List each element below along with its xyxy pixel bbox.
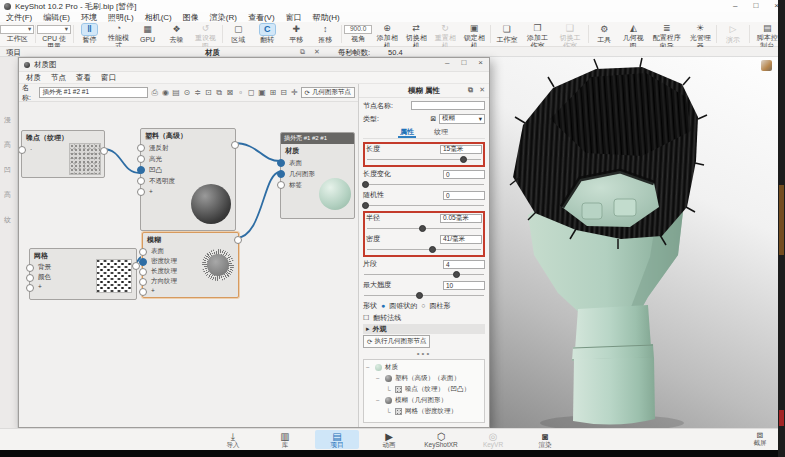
tree-toggle-icon[interactable]: −	[366, 364, 372, 371]
tab-textures[interactable]: 纹理	[432, 127, 450, 138]
input-port-connected[interactable]	[277, 159, 285, 167]
realtime-3d-viewport[interactable]	[490, 57, 778, 428]
material-name-input[interactable]: 插外壳 #1 #2 #1	[39, 87, 148, 98]
node-name-input[interactable]	[411, 101, 485, 110]
ribbon-tools[interactable]: ⚙ 工具	[590, 23, 618, 45]
output-port[interactable]	[231, 141, 239, 149]
maximize-button[interactable]: □	[753, 1, 758, 10]
input-port[interactable]	[139, 288, 147, 296]
close-panel-icon[interactable]: ✕	[314, 48, 320, 56]
viewport-3d-model[interactable]	[490, 57, 778, 428]
radius-slider[interactable]	[366, 224, 482, 233]
menu-view[interactable]: 查看(V)	[248, 12, 275, 23]
minimize-button[interactable]: –	[733, 1, 737, 10]
type-select[interactable]: 模糊 ▾	[439, 114, 485, 124]
node-plastic-advanced[interactable]: 塑料（高级） 漫反射 高光 凹凸 不透明度 +	[140, 128, 236, 231]
menu-environment[interactable]: 环境	[81, 12, 97, 23]
graph-menu-view[interactable]: 查看	[76, 73, 91, 83]
ribbon-performance-mode[interactable]: ◔ 性能模式	[105, 23, 133, 45]
close-panel-icon[interactable]: ✕	[479, 86, 485, 94]
zoom-out-icon[interactable]: ⊟	[279, 88, 288, 97]
input-port[interactable]	[137, 155, 145, 163]
input-port[interactable]	[26, 274, 34, 282]
max-bend-slider[interactable]	[363, 291, 485, 300]
input-port[interactable]	[137, 177, 145, 185]
segments-slider[interactable]	[363, 270, 485, 279]
ribbon-lock-camera[interactable]: ▣ 锁定相机	[460, 23, 488, 45]
ribbon-studio[interactable]: ❏ 工作室	[493, 23, 521, 45]
viewport-widget-icon[interactable]	[761, 60, 772, 71]
ribbon-denoise[interactable]: ❖ 去噪	[163, 23, 191, 45]
tree-toggle-icon[interactable]: −	[376, 375, 382, 382]
delete-node-icon[interactable]: ⊠	[430, 115, 436, 123]
randomness-value[interactable]: 0	[443, 191, 485, 200]
input-port[interactable]	[139, 268, 147, 276]
input-port[interactable]	[19, 146, 26, 154]
graph-close-button[interactable]: ×	[478, 58, 483, 67]
ribbon-pan[interactable]: ✚ 平移	[282, 23, 310, 45]
randomness-slider[interactable]	[363, 201, 485, 210]
input-port-connected[interactable]	[137, 166, 145, 174]
section-appearance[interactable]: ▸ 外观	[363, 324, 485, 334]
ribbon-fov[interactable]: 900.0 视角	[344, 23, 372, 45]
menu-lighting[interactable]: 照明(L)	[108, 12, 134, 23]
ribbon-configurator-wizard[interactable]: ≣ 配置程序向导	[648, 23, 685, 45]
ribbon-pause[interactable]: ‖ 暂停	[76, 23, 104, 45]
thumb-small-icon[interactable]: ▫	[236, 88, 245, 97]
menu-file[interactable]: 文件(F)	[6, 12, 32, 23]
workspace-dropdown[interactable]: ▾	[0, 25, 34, 34]
tree-row-grid[interactable]: └ 网格（密度纹理）	[366, 406, 482, 417]
tree-row-noise[interactable]: └ 噪点（纹理）（凹凸）	[366, 384, 482, 395]
align-nodes-icon[interactable]: ≑	[193, 88, 202, 97]
input-port[interactable]	[26, 284, 34, 292]
zoom-in-icon[interactable]: ⊞	[268, 88, 277, 97]
tree-branch-icon[interactable]: └	[386, 408, 392, 415]
panel-splitter-handle[interactable]: •••	[363, 349, 485, 358]
dock-screenshot[interactable]: ⧈ 截屏	[745, 429, 775, 447]
ribbon-light-manager[interactable]: ☀ 光管理器	[686, 23, 714, 45]
tree-row-fuzz[interactable]: − 模糊（几何图形）	[366, 395, 482, 406]
node-noise-texture[interactable]: 噪点（纹理） ·	[21, 130, 105, 178]
ribbon-region[interactable]: ▢ 区域	[224, 23, 252, 45]
max-bend-value[interactable]: 10	[443, 281, 485, 290]
ribbon-flip[interactable]: C 翻转	[253, 23, 281, 45]
input-port-connected[interactable]	[277, 170, 285, 178]
thumb-large-icon[interactable]: ▣	[258, 88, 267, 97]
segments-value[interactable]: 4	[443, 260, 485, 269]
length-slider[interactable]	[366, 155, 482, 164]
flip-normals-checkbox[interactable]: ☐	[363, 314, 369, 322]
graph-maximize-button[interactable]: □	[461, 58, 466, 67]
thumb-medium-icon[interactable]: ◻	[247, 88, 256, 97]
dock-keyshotxr[interactable]: ⬡ KeyShotXR	[419, 430, 463, 450]
dock-library[interactable]: ▥ 库	[263, 430, 307, 450]
ribbon-add-studio[interactable]: ❐ 添加工作室	[522, 23, 553, 45]
history-icon[interactable]: ⊙	[183, 88, 192, 97]
radio-conical[interactable]: ●	[381, 302, 385, 309]
length-value[interactable]: 15毫米	[440, 145, 482, 154]
menu-render[interactable]: 渲染(R)	[210, 12, 237, 23]
save-icon[interactable]: ⎙	[150, 88, 159, 98]
ribbon-workspace[interactable]: ▾ 工作区	[2, 23, 33, 45]
undock-panel-icon[interactable]: ⧉	[468, 86, 473, 94]
dock-import[interactable]: ⤓ 导入	[211, 430, 255, 450]
graph-menu-node[interactable]: 节点	[51, 73, 66, 83]
dock-project[interactable]: ▤ 项目	[315, 430, 359, 450]
ribbon-dolly[interactable]: ↕ 推移	[311, 23, 339, 45]
input-port[interactable]	[277, 181, 285, 189]
dock-render[interactable]: ◙ 渲染	[523, 430, 567, 450]
tree-row-material[interactable]: − 材质	[366, 362, 482, 373]
ribbon-gpu[interactable]: ▦ GPU	[134, 23, 162, 45]
node-fuzz-geometry[interactable]: 模糊 表面 密度纹理 长度纹理 方向纹理 +	[142, 232, 239, 298]
input-port[interactable]	[137, 144, 145, 152]
node-grid-texture[interactable]: 网格 背景 颜色 +	[29, 248, 137, 300]
delete-icon[interactable]: ⊠	[225, 88, 234, 97]
radio-cylindrical-label[interactable]: 圆柱形	[429, 301, 450, 311]
radio-conical-label[interactable]: 圆锥状的	[389, 301, 417, 311]
radius-value[interactable]: 0.05毫米	[440, 214, 482, 223]
output-port[interactable]	[100, 147, 108, 155]
output-port[interactable]	[234, 236, 242, 244]
tree-branch-icon[interactable]: └	[386, 386, 392, 393]
length-variation-value[interactable]: 0	[443, 170, 485, 179]
radio-cylindrical[interactable]: ○	[421, 302, 425, 309]
cpu-usage-dropdown[interactable]: ▾	[37, 25, 71, 34]
